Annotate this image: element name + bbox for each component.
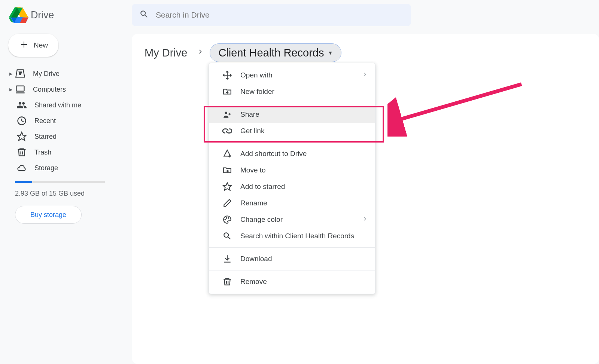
menu-share[interactable]: Share: [209, 106, 375, 123]
menu-move-to[interactable]: Move to: [209, 162, 375, 178]
link-icon: [222, 126, 232, 136]
menu-add-shortcut[interactable]: Add shortcut to Drive: [209, 146, 375, 162]
svg-point-36: [228, 218, 229, 218]
cloud-icon: [16, 163, 27, 173]
menu-rename[interactable]: Rename: [209, 195, 375, 211]
folder-context-menu: Open with New folder Share Get link: [209, 63, 375, 294]
menu-label: Add shortcut to Drive: [240, 150, 307, 158]
menu-label: Change color: [240, 215, 283, 224]
buy-storage-button[interactable]: Buy storage: [15, 206, 82, 224]
move-icon: [222, 165, 232, 175]
breadcrumb: My Drive Client Health Records ▼: [141, 43, 590, 62]
nav-trash[interactable]: Trash: [8, 144, 127, 160]
nav-label: Starred: [34, 133, 57, 141]
chevron-right-icon: ▶: [8, 87, 13, 92]
breadcrumb-current-label: Client Health Records: [218, 47, 324, 59]
header: Drive: [0, 0, 599, 30]
nav-label: Computers: [33, 86, 66, 94]
svg-marker-15: [18, 71, 22, 75]
menu-separator: [209, 247, 375, 248]
menu-separator: [209, 103, 375, 103]
menu-open-with[interactable]: Open with: [209, 67, 375, 83]
chevron-right-icon: ▶: [8, 71, 13, 76]
nav-recent[interactable]: Recent: [8, 113, 127, 129]
menu-label: Add to starred: [240, 183, 285, 191]
new-button-label: New: [34, 41, 48, 49]
menu-separator: [209, 142, 375, 143]
nav-shared[interactable]: Shared with me: [8, 97, 127, 113]
menu-separator: [209, 270, 375, 270]
trash-icon: [16, 147, 27, 157]
menu-remove[interactable]: Remove: [209, 273, 375, 290]
search-bar[interactable]: [132, 4, 411, 26]
menu-label: Remove: [240, 278, 267, 286]
svg-point-34: [225, 219, 226, 220]
storage-meter-fill: [15, 181, 32, 183]
brand[interactable]: Drive: [7, 4, 132, 26]
svg-point-26: [225, 111, 228, 114]
shared-icon: [16, 100, 27, 110]
new-button[interactable]: New: [8, 34, 58, 57]
menu-label: Share: [240, 110, 259, 119]
nav-label: Recent: [34, 117, 56, 125]
share-icon: [222, 110, 232, 119]
palette-icon: [222, 215, 232, 224]
svg-point-35: [226, 218, 227, 218]
plus-icon: [19, 40, 28, 51]
nav-label: Storage: [34, 164, 58, 172]
menu-label: Download: [240, 255, 272, 263]
nav-label: Trash: [34, 149, 51, 156]
menu-search-within[interactable]: Search within Client Health Records: [209, 228, 375, 244]
star-icon: [222, 182, 232, 192]
chevron-right-icon: [196, 48, 204, 58]
breadcrumb-root[interactable]: My Drive: [141, 45, 191, 61]
annotation-arrow: [387, 80, 526, 137]
open-with-icon: [222, 70, 232, 80]
menu-get-link[interactable]: Get link: [209, 123, 375, 139]
menu-label: Search within Client Health Records: [240, 232, 354, 240]
main-panel: My Drive Client Health Records ▼ Open wi…: [132, 34, 599, 364]
nav-storage[interactable]: Storage: [8, 160, 127, 176]
svg-marker-19: [17, 132, 26, 140]
recent-icon: [16, 116, 27, 126]
nav-mydrive[interactable]: ▶ My Drive: [8, 66, 127, 82]
menu-download[interactable]: Download: [209, 251, 375, 267]
storage-meter: [15, 181, 105, 183]
breadcrumb-current[interactable]: Client Health Records ▼: [210, 43, 341, 62]
shortcut-icon: [222, 149, 232, 159]
svg-line-42: [395, 84, 522, 121]
drive-logo-icon: [7, 4, 28, 26]
menu-label: Rename: [240, 199, 267, 207]
computers-icon: [15, 84, 25, 95]
search-icon: [139, 9, 149, 21]
star-icon: [16, 131, 27, 142]
remove-icon: [222, 277, 232, 287]
menu-label: Move to: [240, 166, 266, 174]
menu-label: New folder: [240, 88, 274, 96]
new-folder-icon: [222, 87, 232, 97]
download-icon: [222, 254, 232, 264]
menu-label: Open with: [240, 71, 273, 79]
menu-change-color[interactable]: Change color: [209, 211, 375, 228]
rename-icon: [222, 198, 232, 208]
menu-add-starred[interactable]: Add to starred: [209, 178, 375, 195]
brand-name: Drive: [31, 9, 54, 21]
sidebar: New ▶ My Drive ▶ Computers Shared with m…: [0, 30, 132, 224]
chevron-right-icon: [362, 215, 368, 224]
svg-rect-16: [16, 86, 24, 91]
search-icon: [222, 231, 232, 241]
chevron-right-icon: [362, 71, 368, 80]
mydrive-icon: [15, 68, 25, 79]
storage-text: 2.93 GB of 15 GB used: [15, 190, 127, 198]
menu-new-folder[interactable]: New folder: [209, 83, 375, 100]
svg-marker-33: [223, 183, 231, 190]
nav-label: My Drive: [33, 70, 60, 78]
search-input[interactable]: [156, 10, 404, 19]
nav-computers[interactable]: ▶ Computers: [8, 82, 127, 97]
caret-down-icon: ▼: [328, 50, 333, 56]
nav-starred[interactable]: Starred: [8, 129, 127, 144]
menu-label: Get link: [240, 127, 264, 135]
nav-label: Shared with me: [34, 101, 81, 109]
